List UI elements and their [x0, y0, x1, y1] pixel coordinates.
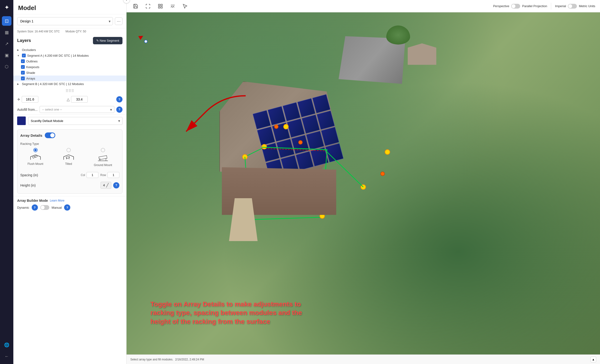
toolbar-divider-1 — [551, 3, 551, 9]
ground-mount-label: Ground Mount — [94, 163, 112, 167]
sidebar-item-chart[interactable]: ▦ — [2, 28, 11, 37]
svg-rect-9 — [159, 4, 160, 6]
racking-section: Racking Type Flush Mount — [20, 141, 119, 168]
flush-mount-label: Flush Mount — [28, 162, 43, 166]
main-content: ‹ Persp — [127, 0, 600, 364]
segment-a-label: Segment A | 4.200 kW DC STC | 14 Modules — [27, 54, 122, 57]
outlines-checkbox[interactable]: ✓ — [21, 59, 25, 63]
sidebar-item-globe[interactable]: 🌐 — [2, 340, 11, 350]
autofill-help-button[interactable]: ? — [116, 106, 122, 113]
height-row: Height (in) 4 ╱ ? — [20, 180, 119, 191]
tilt-icon: △ — [67, 97, 70, 102]
shade-checkbox[interactable]: ✓ — [21, 71, 25, 75]
manual-help-button[interactable]: ? — [64, 204, 70, 211]
panel-scroll: ▶ Occluders ▼ ✓ Segment A | 4.200 kW DC … — [13, 46, 126, 364]
manual-label: Manual — [52, 206, 62, 209]
segment-a-checkbox[interactable]: ✓ — [22, 54, 26, 57]
fit-view-icon — [145, 4, 150, 9]
design-select[interactable]: Design 1 — [17, 17, 113, 25]
svg-rect-10 — [161, 4, 162, 6]
top-toolbar: Perspective Parallel Projection Imperial… — [127, 0, 600, 12]
drag-handle[interactable]: ⠿⠿⠿ — [13, 88, 126, 94]
parallel-label: Parallel Projection — [522, 4, 547, 8]
sidebar: ✦ ⊡ ▦ ↗ ▣ ⬡ 🌐 ← — [0, 0, 13, 364]
spacing-row: Spacing (in) Col Row — [20, 170, 119, 180]
sidebar-item-images[interactable]: ▣ — [2, 50, 11, 60]
layer-item-occluders[interactable]: ▶ Occluders — [13, 47, 126, 53]
sidebar-item-3d[interactable]: ⬡ — [2, 62, 11, 72]
flush-mount-radio[interactable] — [33, 148, 38, 152]
keepouts-checkbox[interactable]: ✓ — [21, 65, 25, 69]
occluders-label: Occluders — [22, 48, 122, 52]
angle-help-button[interactable]: ? — [116, 96, 122, 103]
occluders-chevron: ▶ — [17, 49, 20, 51]
layer-item-outlines[interactable]: ✓ Outlines — [13, 58, 126, 64]
fit-view-button[interactable] — [144, 2, 152, 10]
array-details-toggle[interactable] — [45, 132, 55, 138]
select-button[interactable] — [181, 2, 189, 10]
perspective-toggle[interactable] — [511, 4, 520, 9]
height-input-group: 4 ╱ — [101, 182, 111, 189]
tilted-radio[interactable] — [66, 148, 71, 152]
builder-mode-toggle[interactable] — [40, 205, 49, 210]
layer-tree: ▶ Occluders ▼ ✓ Segment A | 4.200 kW DC … — [13, 46, 126, 88]
status-expand-button[interactable]: ▲ — [591, 357, 596, 362]
sidebar-item-share[interactable]: ↗ — [2, 39, 11, 49]
sidebar-item-back[interactable]: ← — [2, 352, 11, 361]
autofill-select-wrapper: -- select one -- — [39, 106, 114, 113]
design-more-button[interactable]: ⋯ — [115, 17, 122, 25]
location-dot — [144, 40, 148, 43]
module-qty: Module QTY: 50 — [66, 30, 86, 33]
row-label: Row — [100, 173, 106, 177]
array-details-header: Array Details — [20, 132, 119, 138]
new-segment-button[interactable]: ✎ New Segment — [93, 37, 122, 44]
segment-b-chevron: ▶ — [17, 83, 20, 85]
system-info: System Size: 16.440 kW DC STC Module QTY… — [13, 28, 126, 35]
layer-item-keepouts[interactable]: ✓ Keepouts — [13, 64, 126, 70]
height-value: 4 — [103, 183, 105, 187]
measure-button[interactable] — [169, 2, 177, 10]
ground-mount-radio[interactable] — [101, 148, 105, 152]
autofill-label: Autofill from... — [17, 108, 38, 112]
learn-more-link[interactable]: Learn More — [50, 199, 64, 202]
layer-item-segment-a[interactable]: ▼ ✓ Segment A | 4.200 kW DC STC | 14 Mod… — [13, 53, 126, 58]
layer-item-arrays[interactable]: ✓ Arrays — [13, 75, 126, 81]
arrays-label: Arrays — [26, 77, 122, 80]
status-text: Select array type and fill modules. — [130, 358, 173, 361]
imperial-label: Imperial — [555, 4, 566, 8]
layer-item-shade[interactable]: ✓ Shade — [13, 70, 126, 75]
col-spacing-input[interactable] — [86, 172, 98, 178]
azimuth-input[interactable] — [22, 96, 38, 103]
projection-group: Perspective Parallel Projection — [493, 4, 547, 9]
dynamic-help-button[interactable]: ? — [32, 204, 38, 211]
racking-ground-mount[interactable]: Ground Mount — [94, 148, 112, 167]
units-group: Imperial Metric Units — [555, 4, 595, 9]
sidebar-item-model[interactable]: ⊡ — [2, 16, 11, 26]
tilt-input[interactable] — [71, 96, 88, 103]
grid-icon — [158, 4, 163, 9]
col-spacing-group: Col — [81, 172, 98, 178]
module-select[interactable]: Scanifly Default Module — [28, 117, 122, 125]
builder-row: Dynamic ? Manual ? — [17, 204, 122, 211]
racking-flush-mount[interactable]: Flush Mount — [28, 148, 43, 167]
height-help-button[interactable]: ? — [113, 182, 119, 188]
shed-roof — [408, 43, 436, 65]
row-spacing-input[interactable] — [107, 172, 119, 178]
save-button[interactable] — [131, 2, 140, 10]
autofill-row: Autofill from... -- select one -- ? — [13, 105, 126, 114]
autofill-select[interactable]: -- select one -- — [39, 106, 114, 113]
array-builder-title: Array Builder Mode — [17, 199, 48, 203]
racking-tilted[interactable]: Tilted — [63, 148, 75, 167]
array-details-title: Array Details — [20, 133, 42, 138]
arrays-checkbox[interactable]: ✓ — [21, 76, 25, 80]
shade-label: Shade — [26, 71, 122, 75]
metric-label: Metric Units — [579, 4, 595, 8]
keepouts-label: Keepouts — [26, 65, 122, 69]
units-toggle[interactable] — [568, 4, 577, 9]
save-icon — [133, 4, 138, 9]
viewport[interactable]: ▶ — [127, 12, 600, 355]
grid-button[interactable] — [156, 2, 165, 10]
model-panel: Model Design 1 ⋯ System Size: 16.440 kW … — [13, 0, 127, 364]
layer-item-segment-b[interactable]: ▶ Segment B | 4.320 kW DC STC | 12 Modul… — [13, 81, 126, 87]
array-details-card: Array Details Racking Type — [17, 129, 122, 194]
